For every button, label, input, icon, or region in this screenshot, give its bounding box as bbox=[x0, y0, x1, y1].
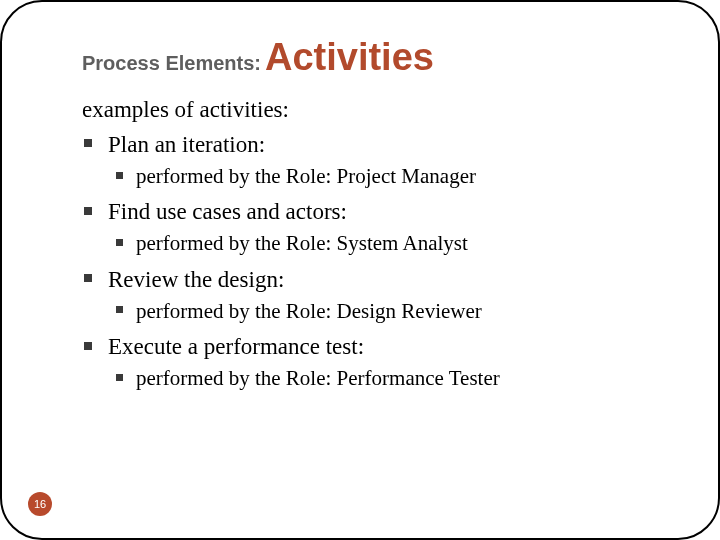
slide-body: examples of activities: Plan an iteratio… bbox=[82, 94, 668, 393]
list-item-sublabel: performed by the Role: Performance Teste… bbox=[136, 366, 500, 390]
list-item: Execute a performance test: performed by… bbox=[82, 331, 668, 392]
activity-list: Plan an iteration: performed by the Role… bbox=[82, 129, 668, 393]
title-main: Activities bbox=[265, 36, 434, 78]
list-item-label: Execute a performance test: bbox=[108, 334, 364, 359]
list-item-label: Find use cases and actors: bbox=[108, 199, 347, 224]
list-item-sublabel: performed by the Role: Project Manager bbox=[136, 164, 476, 188]
list-item-label: Review the design: bbox=[108, 267, 284, 292]
list-item-label: Plan an iteration: bbox=[108, 132, 265, 157]
list-item-sublabel: performed by the Role: Design Reviewer bbox=[136, 299, 482, 323]
list-item: Find use cases and actors: performed by … bbox=[82, 196, 668, 257]
list-item: Review the design: performed by the Role… bbox=[82, 264, 668, 325]
list-item: performed by the Role: Project Manager bbox=[114, 162, 668, 190]
list-item: performed by the Role: Performance Teste… bbox=[114, 364, 668, 392]
title-prefix: Process Elements: bbox=[82, 52, 261, 74]
list-item: performed by the Role: System Analyst bbox=[114, 229, 668, 257]
slide-frame: Process Elements: Activities examples of… bbox=[0, 0, 720, 540]
list-item: performed by the Role: Design Reviewer bbox=[114, 297, 668, 325]
list-item-sublabel: performed by the Role: System Analyst bbox=[136, 231, 468, 255]
intro-text: examples of activities: bbox=[82, 94, 668, 125]
slide-title: Process Elements: Activities bbox=[82, 38, 668, 76]
page-number-badge: 16 bbox=[28, 492, 52, 516]
list-item: Plan an iteration: performed by the Role… bbox=[82, 129, 668, 190]
